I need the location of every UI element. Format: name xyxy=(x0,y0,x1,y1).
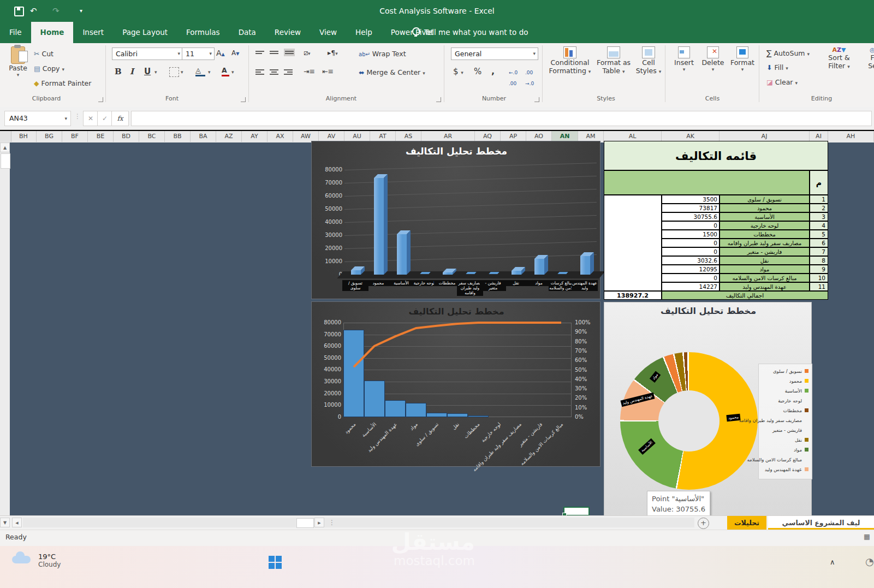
ribbon-tab-home[interactable]: Home xyxy=(31,22,74,43)
column-header-aq[interactable]: AQ xyxy=(475,131,501,142)
increase-decimal-button[interactable]: ←.0.00 xyxy=(509,67,518,89)
borders-icon[interactable] xyxy=(169,67,179,77)
ribbon-tab-file[interactable]: File xyxy=(0,22,31,43)
save-icon[interactable] xyxy=(14,7,24,16)
table-name-cell[interactable]: تسويق / سلوى xyxy=(720,195,810,204)
weather-icon[interactable] xyxy=(12,550,36,558)
vertical-scrollbar[interactable]: ▲ xyxy=(0,142,10,515)
sheet-tab-analytics[interactable]: تحليلات xyxy=(727,516,766,530)
percent-style-button[interactable]: % xyxy=(474,66,481,77)
format-cells-button[interactable]: Format▾ xyxy=(728,46,757,72)
horizontal-scroll-thumb[interactable] xyxy=(296,518,314,528)
bold-button[interactable]: B xyxy=(115,66,122,77)
shrink-font-button[interactable]: A▼ xyxy=(231,47,239,60)
pareto-chart[interactable]: مخطط تحليل التكاليف010000200003000040000… xyxy=(311,301,600,467)
table-value-cell[interactable]: 12095 xyxy=(662,265,720,274)
hscroll-right-icon[interactable]: ▶ xyxy=(314,518,324,527)
fill-button[interactable]: ⬇ Fill ▾ xyxy=(766,62,788,74)
table-name-cell[interactable]: مصاريف سفر وليد طيران واقامه xyxy=(720,239,810,247)
column-header-aw[interactable]: AW xyxy=(293,131,319,142)
cell-styles-button[interactable]: CellStyles ▾ xyxy=(634,46,663,75)
column-header-au[interactable]: AU xyxy=(344,131,370,142)
wrap-text-button[interactable]: ab↵ Wrap Text xyxy=(359,49,406,60)
copy-button[interactable]: ▤ Copy ▾ xyxy=(34,63,64,75)
table-name-cell[interactable]: عهدة المهندس وليد xyxy=(720,282,810,291)
taskbar-chevron-up-icon[interactable]: ∧ xyxy=(830,558,835,566)
column-header-bd[interactable]: BD xyxy=(114,131,139,142)
column-header-ay[interactable]: AY xyxy=(242,131,267,142)
table-index-cell[interactable]: 7 xyxy=(810,247,828,256)
conditional-formatting-button[interactable]: ConditionalFormatting ▾ xyxy=(548,46,592,75)
format-as-table-button[interactable]: Format asTable ▾ xyxy=(595,46,632,75)
table-header-blank[interactable] xyxy=(604,170,810,195)
column-header-bg[interactable]: BG xyxy=(37,131,62,142)
splitter-grip-icon[interactable]: ⋮ xyxy=(329,519,335,526)
cut-button[interactable]: ✂ Cut xyxy=(34,49,53,60)
table-name-cell[interactable]: الأساسية xyxy=(720,212,810,221)
align-right-button[interactable] xyxy=(284,68,293,76)
table-name-cell[interactable]: لوحه خارجية xyxy=(720,221,810,230)
customize-qat-icon[interactable]: ▾ xyxy=(80,4,82,17)
column-header-ao[interactable]: AO xyxy=(526,131,552,142)
table-index-cell[interactable]: 8 xyxy=(810,256,828,265)
table-name-cell[interactable]: مواد xyxy=(720,265,810,274)
redo-icon[interactable]: ↷ xyxy=(52,4,60,17)
table-value-cell[interactable]: 0 xyxy=(662,274,720,282)
delete-cells-button[interactable]: ✕ Delete▾ xyxy=(699,46,727,72)
column-header-bf[interactable]: BF xyxy=(62,131,88,142)
table-value-cell[interactable]: 14227 xyxy=(662,282,720,291)
sheet-area[interactable]: ▲ مخطط تحليل التكاليف0100002000030000400… xyxy=(0,142,874,515)
sheet-tab-main-active[interactable]: ليف المشروع الاساسي xyxy=(768,516,874,530)
column-header-ak[interactable]: AK xyxy=(662,131,720,142)
formula-input[interactable] xyxy=(131,111,872,126)
middle-align-button[interactable] xyxy=(270,50,278,55)
table-total-label[interactable]: اجمالي التكاليف xyxy=(662,291,828,300)
select-all-corner[interactable] xyxy=(0,131,11,142)
decrease-indent-button[interactable]: ⇤≡ xyxy=(322,66,334,77)
ribbon-tab-view[interactable]: View xyxy=(310,22,346,43)
accounting-format-button[interactable]: $ ▾ xyxy=(453,66,463,78)
table-name-cell[interactable]: فاريشن - متغير xyxy=(720,247,810,256)
alignment-dialog-launcher[interactable] xyxy=(436,97,441,102)
column-header-av[interactable]: AV xyxy=(319,131,344,142)
column-header-al[interactable]: AL xyxy=(604,131,662,142)
insert-cells-button[interactable]: Insert▾ xyxy=(670,46,698,72)
table-value-cell[interactable]: 73817 xyxy=(662,204,720,212)
table-value-cell[interactable]: 3500 xyxy=(662,195,720,204)
scroll-down-icon[interactable]: ▼ xyxy=(0,518,10,527)
cancel-button[interactable]: ✕ xyxy=(83,111,98,126)
table-value-cell[interactable]: 0 xyxy=(662,247,720,256)
table-index-cell[interactable]: 9 xyxy=(810,265,828,274)
grow-font-button[interactable]: A▲ xyxy=(216,47,225,60)
table-title[interactable]: قائمه التكاليف xyxy=(604,141,828,170)
comma-style-button[interactable]: , xyxy=(491,66,495,77)
table-value-cell[interactable]: 1500 xyxy=(662,230,720,239)
column-header-ar[interactable]: AR xyxy=(421,131,475,142)
weather-widget[interactable]: 19°C Cloudy xyxy=(38,553,61,568)
column-header-ba[interactable]: BA xyxy=(191,131,216,142)
table-header-num[interactable]: م xyxy=(810,170,828,195)
italic-button[interactable]: I xyxy=(130,66,134,77)
font-dialog-launcher[interactable] xyxy=(241,97,246,102)
table-index-cell[interactable]: 2 xyxy=(810,204,828,212)
table-name-cell[interactable]: نقل xyxy=(720,256,810,265)
name-box[interactable]: AN43▾ xyxy=(4,111,71,126)
sort-filter-button[interactable]: AZ▼ Sort &Filter ▾ xyxy=(822,46,856,70)
number-format-combo[interactable]: General▾ xyxy=(451,47,538,60)
font-size-combo[interactable]: 11▾ xyxy=(182,47,215,60)
table-total-value[interactable]: 138927.2 xyxy=(604,291,662,300)
column-header-bb[interactable]: BB xyxy=(165,131,191,142)
fill-color-button[interactable]: ◬ xyxy=(195,65,205,76)
fill-color-caret-icon[interactable]: ▾ xyxy=(208,69,211,75)
merge-center-button[interactable]: ⬌ Merge & Center ▾ xyxy=(359,67,425,79)
column-header-bc[interactable]: BC xyxy=(139,131,165,142)
vertical-scroll-thumb[interactable] xyxy=(1,153,10,169)
column-header-ah[interactable]: AH xyxy=(828,131,874,142)
tell-me-box[interactable]: Tell me what you want to do xyxy=(412,22,528,43)
column-header-an[interactable]: AN xyxy=(552,131,578,142)
table-name-cell[interactable]: محمود xyxy=(720,204,810,212)
column-header-ai[interactable]: AI xyxy=(810,131,828,142)
reading-order-button[interactable]: ▸¶▾ xyxy=(328,47,338,59)
table-index-cell[interactable]: 1 xyxy=(810,195,828,204)
table-value-cell[interactable]: 0 xyxy=(662,221,720,230)
